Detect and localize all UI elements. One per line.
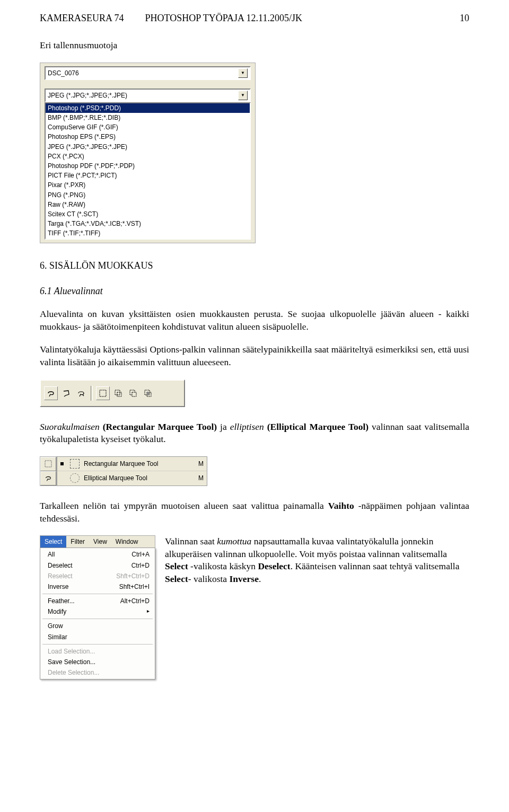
format-option[interactable]: TIFF (*.TIF;*.TIFF) (46, 228, 250, 238)
polygon-lasso-icon[interactable] (60, 387, 73, 400)
format-option[interactable]: CompuServe GIF (*.GIF) (46, 122, 250, 132)
format-selected-value: JPEG (*.JPG;*.JPEG;*.JPE) (48, 91, 127, 100)
intro-text: Eri tallennusmuotoja (40, 39, 469, 52)
header-page-number: 10 (460, 12, 469, 24)
bold-text: Inverse (230, 573, 259, 584)
format-dropdown-button[interactable]: ▼ (238, 91, 248, 100)
menu-view[interactable]: View (89, 536, 111, 548)
separator (91, 386, 93, 401)
format-option[interactable]: PCX (*.PCX) (46, 152, 250, 161)
rectangular-marquee-icon (70, 459, 80, 469)
select-menu-body: AllCtrl+A DeselectCtrl+D ReselectShft+Ct… (40, 548, 155, 679)
para-aluevalinta-2: Valintatyökaluja käyttäessäsi Options-pa… (40, 343, 469, 368)
menu-item-load-selection: Load Selection... (40, 646, 155, 657)
svg-rect-4 (132, 392, 136, 396)
format-option[interactable]: JPEG (*.JPG;*.JPEG;*.JPE) (46, 142, 250, 152)
submenu-arrow-icon: ▸ (147, 607, 150, 616)
format-option[interactable]: Raw (*.RAW) (46, 200, 250, 209)
format-dropdown-list[interactable]: Photoshop (*.PSD;*.PDD) BMP (*.BMP;*.RLE… (45, 102, 251, 240)
menu-item-feather[interactable]: Feather...Alt+Ctrl+D (40, 596, 155, 606)
format-option[interactable]: BMP (*.BMP;*.RLE;*.DIB) (46, 113, 250, 122)
rectangular-marquee-tool-icon[interactable] (40, 457, 56, 471)
para-aluevalinta-1: Aluevalinta on kuvan yksittäisten osien … (40, 308, 469, 333)
menu-item-inverse[interactable]: InverseShft+Ctrl+I (40, 581, 155, 592)
menu-item-reselect: ReselectShft+Ctrl+D (40, 571, 155, 581)
flyout-item-elliptical[interactable]: Elliptical Marquee Tool M (57, 471, 207, 485)
italic-text: kumottua (217, 536, 251, 546)
menu-item-delete-selection: Delete Selection... (40, 667, 155, 678)
svg-rect-0 (100, 390, 106, 396)
marquee-tool-flyout: Rectangular Marquee Tool M Elliptical Ma… (40, 456, 207, 486)
bold-text: Select (165, 561, 188, 571)
para-kumottua: Valinnan saat kumottua napsauttamalla ku… (165, 535, 469, 586)
section-6-1-title: 6.1 Aluevalinnat (40, 285, 469, 297)
header-left: KAMERASEURA 74 (40, 12, 124, 24)
save-dialog: DSC_0076 ▼ JPEG (*.JPG;*.JPEG;*.JPE) ▼ P… (40, 63, 256, 243)
menu-window[interactable]: Window (111, 536, 143, 548)
format-option[interactable]: Photoshop PDF (*.PDF;*.PDP) (46, 161, 250, 171)
bold-text: Select (165, 573, 188, 584)
format-option[interactable]: PICT File (*.PCT;*.PICT) (46, 171, 250, 180)
format-option[interactable]: Scitex CT (*.SCT) (46, 209, 250, 219)
section-6-title: 6. SISÄLLÖN MUOKKAUS (40, 259, 469, 272)
format-option[interactable]: PNG (*.PNG) (46, 190, 250, 200)
menu-item-all[interactable]: AllCtrl+A (40, 549, 155, 560)
format-selected-input[interactable]: JPEG (*.JPG;*.JPEG;*.JPE) ▼ (45, 89, 251, 102)
italic-text: Suorakulmaisen (40, 421, 100, 432)
menu-item-deselect[interactable]: DeselectCtrl+D (40, 560, 155, 571)
format-option[interactable]: Photoshop (*.PSD;*.PDD) (46, 103, 250, 113)
menu-item-similar[interactable]: Similar (40, 632, 155, 642)
magnetic-lasso-icon[interactable] (75, 387, 87, 400)
menu-separator (42, 594, 153, 594)
add-selection-icon[interactable] (112, 387, 125, 400)
options-bar (40, 379, 185, 407)
select-menu: Select Filter View Window AllCtrl+A Dese… (40, 535, 155, 679)
filename-value: DSC_0076 (48, 69, 79, 77)
flyout-item-rectangular[interactable]: Rectangular Marquee Tool M (57, 457, 207, 471)
elliptical-marquee-icon (70, 473, 80, 483)
menu-separator (42, 619, 153, 619)
svg-rect-7 (147, 392, 150, 395)
subtract-selection-icon[interactable] (127, 387, 139, 400)
new-selection-icon[interactable] (96, 386, 110, 400)
active-bullet-icon (60, 462, 64, 465)
header-center: PHOTOSHOP TYÖPAJA 12.11.2005/JK (145, 12, 460, 24)
bold-text: (Elliptical Marquee Tool) (264, 421, 372, 432)
lasso-tool-icon[interactable] (44, 386, 58, 400)
para-vaihto: Tarkalleen neliön tai ympyrän muotoisen … (40, 500, 469, 525)
lasso-tool-icon[interactable] (40, 471, 56, 486)
format-option[interactable]: Photoshop EPS (*.EPS) (46, 132, 250, 142)
doc-header: KAMERASEURA 74 PHOTOSHOP TYÖPAJA 12.11.2… (40, 12, 469, 24)
filename-dropdown-button[interactable]: ▼ (238, 68, 248, 78)
menu-item-save-selection[interactable]: Save Selection... (40, 657, 155, 667)
svg-rect-2 (117, 392, 121, 396)
menu-filter[interactable]: Filter (66, 536, 89, 548)
format-option[interactable]: Pixar (*.PXR) (46, 180, 250, 190)
intersect-selection-icon[interactable] (142, 387, 154, 400)
bold-text: (Rectangular Marquee Tool) (100, 421, 220, 432)
para-marquee: Suorakulmaisen (Rectangular Marquee Tool… (40, 421, 469, 446)
menu-select[interactable]: Select (40, 536, 66, 548)
svg-rect-8 (45, 461, 51, 467)
menu-separator (42, 644, 153, 645)
format-option[interactable]: Targa (*.TGA;*.VDA;*.ICB;*.VST) (46, 219, 250, 228)
menu-item-modify[interactable]: Modify▸ (40, 606, 155, 617)
bold-text: Deselect (258, 561, 290, 571)
filename-input[interactable]: DSC_0076 ▼ (45, 66, 251, 80)
italic-text: elliptisen (230, 421, 264, 432)
menu-bar: Select Filter View Window (40, 535, 155, 548)
bold-text: Vaihto (328, 500, 354, 511)
menu-item-grow[interactable]: Grow (40, 621, 155, 631)
